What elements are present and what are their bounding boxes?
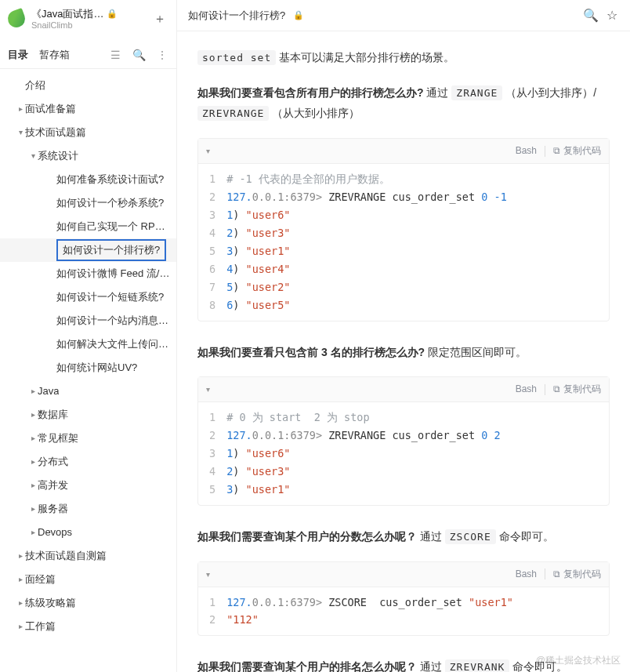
toc-item-label: 如何自己实现一个 RPC …: [56, 220, 170, 234]
toc-item-label: 如何准备系统设计面试?: [56, 173, 164, 187]
toc-item-label: 高并发: [38, 478, 68, 492]
toc-item[interactable]: 介绍: [0, 74, 176, 97]
toc-item[interactable]: ▸常见框架: [0, 427, 176, 450]
toc-item[interactable]: 如何设计一个排行榜?: [0, 238, 176, 262]
tab-toc[interactable]: 目录: [8, 48, 28, 62]
toc-item-label: 服务器: [38, 502, 68, 516]
toc-item-label: Java: [38, 385, 59, 397]
caret-icon[interactable]: ▸: [16, 551, 25, 560]
caret-icon[interactable]: ▾: [16, 128, 25, 136]
toc-item-label: 如何设计微博 Feed 流/…: [56, 267, 169, 281]
caret-icon[interactable]: ▾: [28, 151, 38, 160]
toc-item-label: 如何设计一个短链系统?: [56, 290, 164, 304]
toc-item[interactable]: ▸Devops: [0, 521, 176, 544]
caret-icon[interactable]: ▸: [16, 598, 25, 607]
main: 如何设计一个排行榜? 🔒 🔍 ☆ sorted set 基本可以满足大部分排行榜…: [177, 0, 630, 672]
main-header: 如何设计一个排行榜? 🔒 🔍 ☆: [177, 0, 630, 31]
toc-item[interactable]: ▾技术面试题篇: [0, 121, 176, 144]
copy-icon: ⧉: [553, 380, 560, 398]
toc-item-label: 如何设计一个站内消息…: [56, 314, 168, 328]
copy-button[interactable]: ⧉ 复制代码: [553, 142, 601, 160]
chevron-down-icon[interactable]: ▾: [206, 567, 210, 582]
toc-item[interactable]: 如何设计一个站内消息…: [0, 309, 176, 332]
toc-item-label: 如何设计一个秒杀系统?: [56, 196, 164, 210]
toc-item-label: 工作篇: [25, 619, 56, 634]
toc-item[interactable]: 如何解决大文件上传问…: [0, 332, 176, 356]
toc-item-label: 常见框架: [38, 431, 78, 445]
sidebar-toolbar: 目录 暂存箱 ☰ 🔍 ⋮: [0, 40, 176, 69]
lock-icon: 🔒: [293, 10, 304, 20]
paragraph: 如果我们需要查询某个用户的排名怎么办呢？ 通过 ZREVRANK 命令即可。: [197, 656, 610, 672]
toc-item[interactable]: 如何设计一个秒杀系统?: [0, 191, 176, 215]
toc-item-label: 技术面试题自测篇: [25, 549, 107, 563]
book-logo: [5, 8, 27, 30]
toc-item-label: 数据库: [38, 408, 68, 422]
caret-icon[interactable]: ▸: [16, 575, 25, 583]
copy-button[interactable]: ⧉ 复制代码: [553, 380, 601, 398]
book-title-wrap[interactable]: 《Java面试指… 🔒 SnailClimb: [31, 8, 145, 31]
toc-item[interactable]: ▸服务器: [0, 497, 176, 521]
caret-icon[interactable]: ▸: [16, 104, 25, 113]
code-toolbar: ▾ Bash ⧉ 复制代码: [198, 139, 609, 164]
page-title: 如何设计一个排行榜?: [188, 9, 285, 23]
paragraph: sorted set 基本可以满足大部分排行榜的场景。: [197, 47, 610, 68]
toc-item[interactable]: ▸分布式: [0, 450, 176, 474]
toc-item[interactable]: ▸Java: [0, 380, 176, 403]
caret-icon[interactable]: ▸: [28, 457, 38, 466]
inline-code: ZREVRANK: [445, 659, 510, 672]
copy-icon: ⧉: [553, 565, 560, 583]
toc-item-label: Devops: [38, 526, 72, 538]
toc-item-label: 如何统计网站UV?: [56, 361, 137, 375]
caret-icon[interactable]: ▸: [16, 622, 25, 630]
toc-item[interactable]: ▸练级攻略篇: [0, 591, 176, 615]
paragraph: 如果我们要查看包含所有用户的排行榜怎么办? 通过 ZRANGE （从小到大排序）…: [197, 82, 610, 124]
more-icon[interactable]: ⋮: [156, 49, 168, 61]
inline-code: ZREVRANGE: [197, 106, 269, 121]
inline-code: ZSCORE: [445, 529, 496, 544]
toc-item[interactable]: ▸技术面试题自测篇: [0, 544, 176, 568]
chevron-down-icon[interactable]: ▾: [206, 143, 210, 158]
toc-item-label: 面试准备篇: [25, 102, 76, 116]
content: sorted set 基本可以满足大部分排行榜的场景。 如果我们要查看包含所有用…: [177, 31, 630, 672]
inline-code: ZRANGE: [451, 85, 502, 100]
caret-icon[interactable]: ▸: [28, 528, 38, 536]
toc-item[interactable]: ▸面经篇: [0, 568, 176, 591]
code-block: ▾ Bash ⧉ 复制代码 12345678# -1 代表的是全部的用户数据。1…: [197, 138, 610, 321]
toc-item[interactable]: 如何设计一个短链系统?: [0, 285, 176, 309]
toc-item-label: 技术面试题篇: [25, 125, 86, 140]
code-lang: Bash: [516, 565, 537, 583]
star-icon[interactable]: ☆: [605, 8, 619, 23]
list-icon[interactable]: ☰: [109, 49, 121, 61]
toc-item[interactable]: ▸高并发: [0, 474, 176, 497]
caret-icon[interactable]: ▸: [28, 434, 38, 442]
add-button[interactable]: ＋: [151, 10, 168, 27]
caret-icon[interactable]: ▸: [28, 481, 38, 489]
search-icon[interactable]: 🔍: [583, 8, 597, 23]
toc-item-label: 分布式: [38, 455, 68, 469]
search-icon[interactable]: 🔍: [132, 49, 145, 61]
chevron-down-icon[interactable]: ▾: [206, 382, 210, 397]
caret-icon[interactable]: ▸: [28, 504, 38, 513]
paragraph: 如果我们需要查询某个用户的分数怎么办呢？ 通过 ZSCORE 命令即可。: [197, 526, 610, 547]
toc-item-label: 如何解决大文件上传问…: [56, 337, 168, 351]
tab-draft[interactable]: 暂存箱: [39, 48, 70, 62]
toc-item-label: 练级攻略篇: [25, 596, 76, 610]
toc-item[interactable]: 如何设计微博 Feed 流/…: [0, 262, 176, 285]
code-block: ▾ Bash ⧉ 复制代码 12127.0.0.1:6379> ZSCORE c…: [197, 561, 610, 637]
toc-item[interactable]: 如何准备系统设计面试?: [0, 168, 176, 191]
toc-item[interactable]: 如何统计网站UV?: [0, 356, 176, 380]
caret-icon[interactable]: ▸: [28, 410, 38, 419]
book-subtitle: SnailClimb: [31, 20, 145, 31]
caret-icon[interactable]: ▸: [28, 387, 38, 395]
toc-item[interactable]: ▸工作篇: [0, 615, 176, 638]
code-toolbar: ▾ Bash ⧉ 复制代码: [198, 562, 609, 587]
toc-item[interactable]: ▸面试准备篇: [0, 97, 176, 121]
toc-item[interactable]: 如何自己实现一个 RPC …: [0, 215, 176, 238]
code-lang: Bash: [516, 380, 537, 398]
paragraph: 如果我们要查看只包含前 3 名的排行榜怎么办? 限定范围区间即可。: [197, 342, 610, 363]
toc-item-label: 如何设计一个排行榜?: [56, 239, 166, 261]
toc-tree: 介绍▸面试准备篇▾技术面试题篇▾系统设计如何准备系统设计面试?如何设计一个秒杀系…: [0, 69, 176, 672]
copy-button[interactable]: ⧉ 复制代码: [553, 565, 601, 583]
toc-item[interactable]: ▾系统设计: [0, 144, 176, 168]
toc-item[interactable]: ▸数据库: [0, 403, 176, 427]
